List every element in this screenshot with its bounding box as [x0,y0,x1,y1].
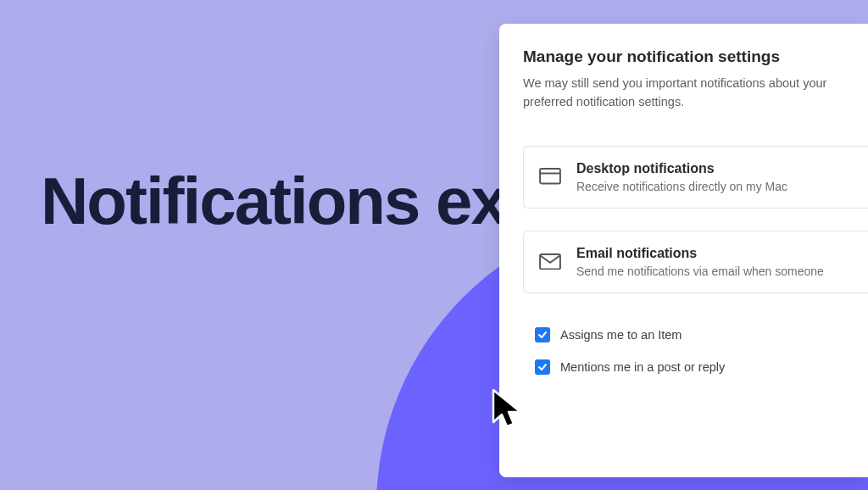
email-icon [539,253,561,271]
desktop-title: Desktop notifications [576,161,853,176]
desktop-icon [539,168,561,187]
email-text: Email notifications Send me notification… [576,246,853,278]
checkbox-assigns[interactable] [535,327,550,342]
desktop-description: Receive notifications directly on my Mac [576,180,853,193]
svg-rect-0 [540,169,560,183]
checkbox-mentions[interactable] [535,359,550,375]
panel-title: Manage your notification settings [523,47,868,66]
email-title: Email notifications [576,246,853,261]
checkbox-row-mentions[interactable]: Mentions me in a post or reply [535,359,868,375]
check-icon [537,362,548,372]
desktop-text: Desktop notifications Receive notificati… [576,161,853,193]
check-icon [537,330,548,340]
desktop-notifications-card[interactable]: Desktop notifications Receive notificati… [523,146,868,209]
checkbox-label-assigns: Assigns me to an Item [560,328,682,342]
email-notifications-card[interactable]: Email notifications Send me notification… [523,231,868,293]
email-options: Assigns me to an Item Mentions me in a p… [523,315,868,375]
checkbox-label-mentions: Mentions me in a post or reply [560,360,725,374]
checkbox-row-assigns[interactable]: Assigns me to an Item [535,327,868,342]
cursor-pointer-icon [488,387,529,436]
email-description: Send me notifications via email when som… [576,264,853,278]
panel-description: We may still send you important notifica… [523,75,868,112]
notification-settings-panel: Manage your notification settings We may… [499,24,868,477]
